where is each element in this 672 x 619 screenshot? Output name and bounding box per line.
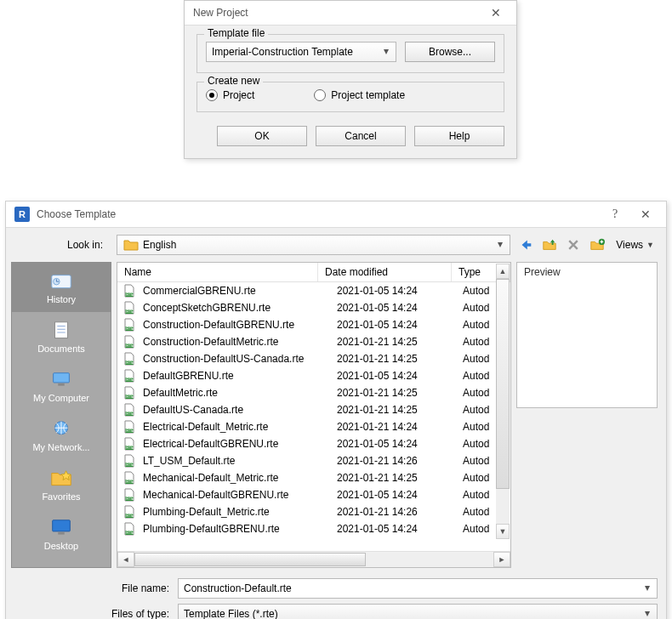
sidebar-item-documents[interactable]: Documents	[12, 312, 111, 361]
vertical-scrollbar[interactable]: ▲ ▼	[496, 264, 510, 539]
file-row[interactable]: RTEPlumbing-Default_Metric.rte2021-01-21…	[117, 503, 510, 520]
file-row[interactable]: RTEMechanical-DefaultGBRENU.rte2021-01-0…	[117, 486, 510, 503]
titlebar[interactable]: New Project ✕	[185, 1, 516, 26]
back-button[interactable]	[517, 236, 534, 253]
sidebar-item-favorites[interactable]: Favorites	[12, 460, 111, 509]
views-label: Views	[616, 239, 643, 251]
favorites-icon	[48, 468, 74, 490]
rte-file-icon: RTE	[122, 505, 136, 519]
rte-file-icon: RTE	[122, 488, 136, 502]
column-headers[interactable]: Name Date modified Type	[117, 263, 510, 282]
radio-project[interactable]: Project	[206, 89, 254, 101]
filetype-combo[interactable]: Template Files (*.rte) ▾	[178, 604, 658, 619]
svg-text:RTE: RTE	[126, 531, 134, 535]
folder-icon	[122, 236, 140, 253]
rte-file-icon: RTE	[122, 522, 136, 536]
scroll-thumb[interactable]	[496, 279, 510, 489]
sidebar-item-desktop[interactable]: Desktop	[12, 509, 111, 559]
sidebar-item-history[interactable]: History	[12, 263, 111, 312]
rte-file-icon: RTE	[122, 301, 136, 315]
help-icon: ?	[612, 207, 618, 221]
file-name: DefaultGBRENU.rte	[140, 370, 333, 382]
create-new-group: Create new Project Project template	[196, 82, 504, 112]
horizontal-scrollbar[interactable]: ◄ ►	[117, 551, 510, 567]
template-combo[interactable]: Imperial-Construction Template ▾	[206, 42, 396, 62]
views-dropdown[interactable]: Views ▼	[612, 236, 658, 253]
file-row[interactable]: RTEElectrical-DefaultGBRENU.rte2021-01-0…	[117, 435, 510, 452]
scroll-thumb[interactable]	[134, 553, 366, 566]
preview-pane: Preview	[516, 262, 658, 408]
help-button[interactable]: ?	[600, 204, 630, 224]
filetype-value: Template Files (*.rte)	[184, 608, 278, 619]
mycomputer-icon	[48, 369, 74, 391]
file-row[interactable]: RTEConceptSketchGBRENU.rte2021-01-05 14:…	[117, 299, 510, 316]
svg-text:RTE: RTE	[126, 514, 134, 518]
file-row[interactable]: RTEConstruction-DefaultUS-Canada.rte2021…	[117, 350, 510, 367]
sidebar-item-label: Documents	[37, 344, 85, 354]
history-icon	[48, 270, 74, 292]
places-sidebar[interactable]: HistoryDocumentsMy ComputerMy Network...…	[11, 262, 111, 568]
svg-text:RTE: RTE	[126, 310, 134, 314]
col-name[interactable]: Name	[117, 263, 318, 281]
scroll-left-icon[interactable]: ◄	[117, 552, 134, 567]
close-button[interactable]: ✕	[481, 3, 511, 23]
scroll-down-icon[interactable]: ▼	[496, 524, 510, 539]
file-name: ConceptSketchGBRENU.rte	[140, 302, 333, 314]
close-icon: ✕	[641, 208, 651, 220]
scroll-up-icon[interactable]: ▲	[496, 264, 510, 279]
file-date: 2021-01-05 14:24	[333, 370, 459, 382]
file-row[interactable]: RTEDefaultMetric.rte2021-01-21 14:25Auto…	[117, 384, 510, 401]
file-row[interactable]: RTECommercialGBRENU.rte2021-01-05 14:24A…	[117, 282, 510, 299]
svg-text:RTE: RTE	[126, 429, 134, 433]
radio-project-template[interactable]: Project template	[314, 89, 405, 101]
lookin-value: English	[143, 239, 176, 251]
titlebar[interactable]: R Choose Template ? ✕	[6, 202, 666, 228]
radio-dot-icon	[206, 89, 218, 101]
back-arrow-icon	[518, 237, 533, 253]
cancel-button[interactable]: Cancel	[316, 126, 406, 146]
sidebar-item-label: My Computer	[33, 393, 89, 403]
template-file-group: Template file Imperial-Construction Temp…	[196, 34, 504, 73]
file-list-body[interactable]: RTECommercialGBRENU.rte2021-01-05 14:24A…	[117, 282, 510, 551]
sidebar-item-mynetwork[interactable]: My Network...	[12, 411, 111, 460]
file-row[interactable]: RTEPlumbing-DefaultGBRENU.rte2021-01-05 …	[117, 520, 510, 537]
preview-label: Preview	[517, 263, 657, 281]
svg-rect-7	[53, 520, 71, 531]
browse-button[interactable]: Browse...	[405, 42, 495, 62]
chevron-down-icon: ▾	[380, 45, 392, 57]
svg-text:RTE: RTE	[126, 446, 134, 450]
radio-dot-icon	[314, 89, 326, 101]
svg-text:RTE: RTE	[126, 378, 134, 382]
col-date[interactable]: Date modified	[318, 263, 452, 281]
sidebar-item-mycomputer[interactable]: My Computer	[12, 361, 111, 411]
svg-text:RTE: RTE	[126, 327, 134, 331]
ok-button[interactable]: OK	[217, 126, 307, 146]
new-folder-button[interactable]	[589, 236, 606, 253]
filename-label: File name:	[11, 582, 178, 594]
file-row[interactable]: RTEConstruction-DefaultGBRENU.rte2021-01…	[117, 316, 510, 333]
file-date: 2021-01-21 14:25	[333, 387, 459, 399]
rte-file-icon: RTE	[122, 454, 136, 468]
file-row[interactable]: RTEDefaultUS-Canada.rte2021-01-21 14:25A…	[117, 401, 510, 418]
file-name: DefaultUS-Canada.rte	[140, 404, 333, 416]
filename-input[interactable]: Construction-Default.rte ▾	[178, 578, 658, 599]
file-row[interactable]: RTEElectrical-Default_Metric.rte2021-01-…	[117, 418, 510, 435]
close-button[interactable]: ✕	[630, 204, 661, 224]
svg-text:RTE: RTE	[126, 412, 134, 416]
up-folder-button[interactable]	[541, 236, 558, 253]
lookin-combo[interactable]: English ▾	[117, 235, 510, 255]
file-row[interactable]: RTELT_USM_Default.rte2021-01-21 14:26Aut…	[117, 452, 510, 469]
close-icon: ✕	[491, 7, 501, 19]
help-button[interactable]: Help	[414, 126, 504, 146]
svg-rect-5	[58, 383, 65, 386]
file-row[interactable]: RTEMechanical-Default_Metric.rte2021-01-…	[117, 469, 510, 486]
rte-file-icon: RTE	[122, 369, 136, 383]
delete-button[interactable]	[565, 236, 582, 253]
scroll-right-icon[interactable]: ►	[493, 552, 510, 567]
app-icon: R	[14, 207, 30, 222]
file-row[interactable]: RTEConstruction-DefaultMetric.rte2021-01…	[117, 333, 510, 350]
file-row[interactable]: RTEDefaultGBRENU.rte2021-01-05 14:24Auto…	[117, 367, 510, 384]
file-name: Construction-DefaultGBRENU.rte	[140, 319, 333, 331]
file-date: 2021-01-21 14:26	[333, 506, 459, 518]
sidebar-item-label: Desktop	[44, 541, 78, 551]
